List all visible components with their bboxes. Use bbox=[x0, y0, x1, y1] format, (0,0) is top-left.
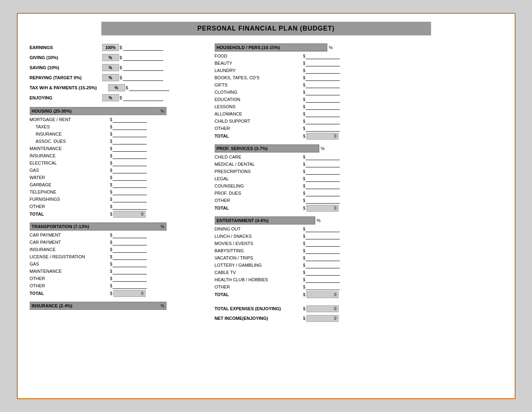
household-pct-label: % bbox=[329, 45, 333, 50]
prof-input-0[interactable] bbox=[306, 154, 340, 160]
housing-input-1[interactable] bbox=[113, 124, 147, 130]
household-header: HOUSEHOLD / PERS.(10-15%) bbox=[215, 43, 327, 52]
trans-input-3[interactable] bbox=[113, 253, 147, 260]
earnings-input[interactable] bbox=[123, 44, 163, 51]
household-item-10: OTHER $ bbox=[215, 125, 503, 132]
enjoying-pct-value: % bbox=[109, 96, 112, 100]
prof-item-label-1: MEDICAL / DENTAL bbox=[215, 162, 303, 167]
prof-item-label-2: PRESCRIPTIONS bbox=[215, 169, 303, 174]
ent-item-label-1: LUNCH / SNACKS bbox=[215, 234, 303, 239]
enjoying-pct-box: % bbox=[102, 94, 119, 101]
entertainment-header: ENTERTAINMENT (4-6%) bbox=[215, 216, 315, 225]
prof-input-6[interactable] bbox=[306, 197, 340, 204]
ent-total-box: 0 bbox=[306, 291, 339, 298]
enjoying-row: ENJOYING % $ bbox=[30, 94, 207, 102]
household-input-7[interactable] bbox=[306, 103, 340, 110]
ent-input-0[interactable] bbox=[306, 226, 340, 232]
housing-input-0[interactable] bbox=[113, 116, 147, 123]
household-input-4[interactable] bbox=[306, 82, 340, 88]
giving-pct-value: % bbox=[109, 56, 112, 60]
ent-item-label-8: OTHER bbox=[215, 284, 303, 289]
household-input-3[interactable] bbox=[306, 74, 340, 81]
housing-item-3: ASSOC. DUES $ bbox=[30, 138, 207, 144]
household-item-label-0: FOOD bbox=[215, 54, 303, 58]
housing-item-label-8: WATER bbox=[30, 175, 110, 180]
household-input-9[interactable] bbox=[306, 118, 340, 124]
housing-input-12[interactable] bbox=[113, 203, 147, 210]
prof-input-2[interactable] bbox=[306, 168, 340, 175]
ent-item-1: LUNCH / SNACKS $ bbox=[215, 233, 503, 239]
household-input-8[interactable] bbox=[306, 111, 340, 117]
housing-item-1: TAXES $ bbox=[30, 124, 207, 130]
housing-input-7[interactable] bbox=[113, 167, 147, 173]
trans-input-1[interactable] bbox=[113, 239, 147, 245]
right-column: HOUSEHOLD / PERS.(10-15%) % FOOD $ BEAUT… bbox=[207, 43, 503, 324]
trans-input-5[interactable] bbox=[113, 268, 147, 274]
ent-input-7[interactable] bbox=[306, 276, 340, 283]
prof-input-5[interactable] bbox=[306, 190, 340, 196]
ent-input-2[interactable] bbox=[306, 240, 340, 247]
housing-input-8[interactable] bbox=[113, 174, 147, 181]
total-expenses-box: 0 bbox=[306, 305, 339, 312]
housing-item-12: OTHER $ bbox=[30, 203, 207, 210]
saving-label: SAVING (10%) bbox=[30, 65, 102, 70]
household-input-6[interactable] bbox=[306, 96, 340, 103]
transportation-pct-label: % bbox=[161, 225, 164, 229]
prof-input-1[interactable] bbox=[306, 161, 340, 167]
repaying-pct-value: % bbox=[109, 76, 112, 80]
household-item-0: FOOD $ bbox=[215, 53, 503, 59]
trans-item-7: OTHER $ bbox=[30, 282, 207, 289]
trans-input-2[interactable] bbox=[113, 246, 147, 253]
ent-total-row: TOTAL $ 0 bbox=[215, 291, 503, 298]
household-input-2[interactable] bbox=[306, 67, 340, 74]
trans-item-label-1: CAR PAYMENT bbox=[30, 240, 110, 245]
prof-total-box: 0 bbox=[306, 205, 339, 212]
repaying-input[interactable] bbox=[123, 74, 163, 81]
earnings-pct-box: 100% bbox=[102, 44, 119, 51]
ent-item-label-3: BABYSITTING bbox=[215, 248, 303, 253]
prof-input-4[interactable] bbox=[306, 183, 340, 189]
housing-input-6[interactable] bbox=[113, 160, 147, 166]
housing-input-2[interactable] bbox=[113, 131, 147, 137]
ent-input-5[interactable] bbox=[306, 262, 340, 268]
trans-input-4[interactable] bbox=[113, 261, 147, 267]
net-income-label: NET INCOME(ENJOYING) bbox=[215, 316, 303, 321]
repaying-row: REPAYING (TARGET 0%) % $ bbox=[30, 74, 207, 82]
prof-total-label: TOTAL bbox=[215, 206, 303, 210]
giving-row: GIVING (10%) % $ bbox=[30, 54, 207, 62]
housing-input-11[interactable] bbox=[113, 196, 147, 202]
transportation-total-row: TOTAL $ 0 bbox=[30, 290, 207, 297]
housing-input-5[interactable] bbox=[113, 152, 147, 159]
housing-input-3[interactable] bbox=[113, 138, 147, 144]
prof-input-3[interactable] bbox=[306, 175, 340, 182]
repaying-label: REPAYING (TARGET 0%) bbox=[30, 75, 102, 80]
ent-input-4[interactable] bbox=[306, 255, 340, 261]
giving-input[interactable] bbox=[123, 54, 163, 61]
housing-input-9[interactable] bbox=[113, 181, 147, 188]
ent-item-label-4: VACATION / TRIPS bbox=[215, 255, 303, 260]
ent-input-1[interactable] bbox=[306, 233, 340, 239]
ent-total-label: TOTAL bbox=[215, 292, 303, 297]
household-input-10[interactable] bbox=[306, 125, 340, 132]
ent-item-label-0: DINING OUT bbox=[215, 227, 303, 231]
housing-total-row: TOTAL $ 0 bbox=[30, 210, 207, 218]
trans-input-0[interactable] bbox=[113, 232, 147, 238]
ent-input-3[interactable] bbox=[306, 247, 340, 254]
housing-input-4[interactable] bbox=[113, 145, 147, 152]
household-item-label-7: LESSONS bbox=[215, 104, 303, 109]
household-item-label-10: OTHER bbox=[215, 126, 303, 131]
ent-input-8[interactable] bbox=[306, 284, 340, 290]
housing-input-10[interactable] bbox=[113, 189, 147, 195]
household-input-0[interactable] bbox=[306, 53, 340, 59]
household-input-1[interactable] bbox=[306, 60, 340, 66]
saving-input[interactable] bbox=[123, 64, 163, 71]
tax-input[interactable] bbox=[129, 84, 169, 91]
ent-input-6[interactable] bbox=[306, 269, 340, 276]
enjoying-input[interactable] bbox=[123, 95, 163, 101]
trans-input-7[interactable] bbox=[113, 282, 147, 289]
enjoying-label: ENJOYING bbox=[30, 95, 102, 100]
repaying-pct-box: % bbox=[102, 74, 119, 81]
tax-pct-box: % bbox=[108, 84, 125, 91]
trans-input-6[interactable] bbox=[113, 275, 147, 282]
household-input-5[interactable] bbox=[306, 89, 340, 95]
